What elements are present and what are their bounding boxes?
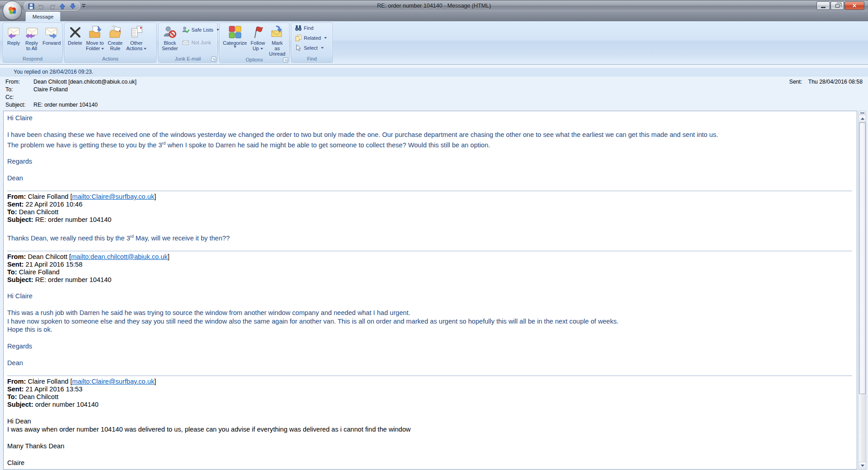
superscript-text: rd [130,234,134,239]
body-text: The problem we have is getting these to … [7,141,162,148]
body-paragraph: Claire [7,459,852,467]
redo-icon[interactable] [48,3,56,10]
create-rule-icon [108,25,123,39]
scroll-up-button[interactable] [859,115,866,122]
ribbon-group-junk-email: Block Sender Safe Lists [158,23,217,63]
previous-item-icon[interactable] [59,3,66,10]
body-line: Subject: RE: order number 104140 [7,216,852,224]
body-paragraph: Regards [7,342,852,351]
dropdown-caret-icon [324,37,327,39]
email-link[interactable]: mailto:Claire@surfbay.co.uk [72,193,155,200]
not-junk-button[interactable]: Not Junk [180,38,221,47]
find-button[interactable]: Find [293,24,315,33]
body-line: Regards [7,157,852,166]
minimize-icon [821,7,826,8]
body-text: Regards [7,343,32,350]
body-text: Dean Chilcott [ [26,253,71,260]
tab-message[interactable]: Message [25,11,61,21]
reply-button[interactable]: Reply [5,24,23,46]
categorize-button[interactable]: Categorize [221,24,249,48]
mark-as-unread-button[interactable]: Mark as Unread [267,24,288,56]
junk-dialog-launcher-icon[interactable]: ↘ [211,56,216,61]
email-link[interactable]: mailto:dean.chilcott@abiuk.co.uk [71,253,168,260]
body-text: May, will we receive it by then?? [134,235,230,242]
customize-quick-access-icon[interactable] [80,3,87,9]
email-link[interactable]: mailto:Claire@surfbay.co.uk [72,378,155,385]
quoted-header-label: To: [7,268,17,276]
forward-icon [44,25,59,39]
body-line: To: Dean Chilcott [7,208,852,216]
reply-to-all-button[interactable]: Reply to All [23,24,41,51]
quoted-header-block: From: Claire Folland [mailto:Claire@surf… [7,376,852,409]
related-documents-icon [295,34,302,42]
forward-button[interactable]: Forward [41,24,62,46]
body-text: 21 April 2016 15:58 [24,261,82,268]
next-item-icon[interactable] [69,3,76,10]
body-blank-line [7,409,852,417]
body-text: Regards [7,158,32,165]
move-to-folder-icon [88,25,102,39]
to-label: To: [5,86,33,94]
body-blank-line [7,367,852,376]
window-title: RE: order number 104140 - Message (HTML) [0,0,868,12]
ribbon-group-options: Categorize Follow Up [219,23,289,63]
body-paragraph: Regards [7,157,852,166]
other-actions-button[interactable]: Other Actions [124,24,148,51]
minimize-button[interactable] [816,1,830,10]
dropdown-caret-icon [101,48,104,50]
delete-button[interactable]: Delete [66,24,84,46]
ribbon-infobar-spacer [0,65,868,68]
body-paragraph: Many Thanks Dean [7,442,852,451]
quoted-header-block: From: Dean Chilcott [mailto:dean.chilcot… [7,251,852,284]
quoted-header-label: To: [7,208,17,216]
undo-icon[interactable] [38,3,45,10]
body-paragraph: Dean [7,359,852,367]
close-button[interactable]: ✕ [844,1,864,10]
group-label-options: Options ↘ [220,56,289,63]
splitter-grip-icon[interactable] [859,111,866,115]
body-paragraph: Thanks Dean, we really need this by the … [7,232,852,242]
select-button[interactable]: Select [293,43,326,52]
button-label: Reply [7,40,20,46]
office-logo-icon [7,5,18,16]
body-line: Claire [7,459,852,467]
follow-up-button[interactable]: Follow Up [249,24,267,51]
body-text: ] [168,253,170,260]
body-line: Regards [7,342,852,351]
body-text: RE: order number 104140 [33,276,112,283]
subject-label: Subject: [5,101,33,109]
body-text: Hope this is ok. [7,326,52,333]
scrollbar-track[interactable] [859,122,866,462]
scrollbar[interactable] [859,111,866,470]
quoted-header-label: From: [7,378,26,385]
body-blank-line [7,434,852,442]
safe-lists-button[interactable]: Safe Lists [180,25,221,34]
select-cursor-icon [295,44,302,52]
from-label: From: [5,78,33,86]
body-line: From: Claire Folland [mailto:Claire@surf… [7,378,852,385]
move-to-folder-button[interactable]: Move to Folder [84,24,106,51]
not-junk-icon [182,39,189,46]
body-text: Dean Chilcott [17,393,59,400]
create-rule-button[interactable]: Create Rule [106,24,124,51]
scroll-down-button[interactable] [859,462,866,469]
restore-icon [835,4,840,8]
block-sender-button[interactable]: Block Sender [160,24,179,51]
sent-label: Sent: [789,79,802,85]
email-body-content: Hi ClaireI have been chasing these we ha… [3,111,857,470]
cc-label: Cc: [5,94,33,101]
body-paragraph: Hi Claire [7,114,852,122]
group-label-find: Find [292,56,332,62]
related-button[interactable]: Related [293,33,329,42]
body-line: Hi Claire [7,114,852,122]
body-line: I was away when order number 104140 was … [7,425,852,434]
scrollbar-thumb[interactable] [859,122,866,394]
body-line: Many Thanks Dean [7,442,852,451]
message-headers: From: Dean Chilcott [dean.chilcott@abiuk… [0,76,868,109]
options-dialog-launcher-icon[interactable]: ↘ [283,57,288,62]
body-text: RE: order number 104140 [33,216,112,223]
office-button[interactable] [3,1,22,20]
restore-button[interactable] [830,1,844,10]
body-text: This was a rush job with Darren he said … [7,309,410,316]
save-icon[interactable] [28,3,35,10]
